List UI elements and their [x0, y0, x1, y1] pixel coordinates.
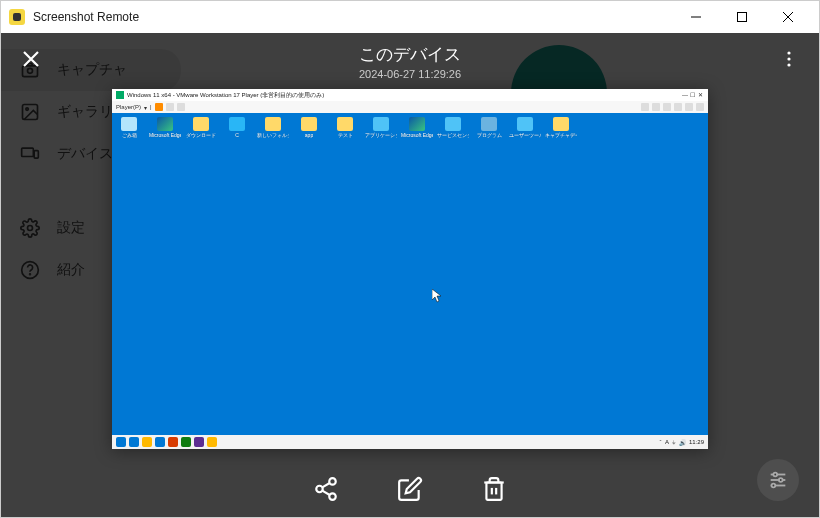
- taskbar-icon: [129, 437, 139, 447]
- desktop-icon: ダウンロード: [190, 117, 212, 138]
- taskbar-lang-icon: A: [665, 439, 669, 445]
- taskbar-icon: [181, 437, 191, 447]
- edit-button[interactable]: [392, 471, 428, 507]
- desktop-icon-image: [445, 117, 461, 131]
- desktop-icon-image: [553, 117, 569, 131]
- share-button[interactable]: [308, 471, 344, 507]
- desktop-icon-image: [265, 117, 281, 131]
- desktop-icon: C: [226, 117, 248, 138]
- desktop-icon: Microsoft Edge: [154, 117, 176, 138]
- desktop-icon: テスト: [334, 117, 356, 138]
- svg-point-24: [779, 478, 783, 482]
- vm-desktop-icons: ごみ箱Microsoft EdgeダウンロードC新しいフォルダーappテストアプ…: [112, 113, 708, 142]
- desktop-icon-image: [337, 117, 353, 131]
- desktop-icon: プログラム: [478, 117, 500, 138]
- svg-rect-0: [738, 13, 747, 22]
- svg-point-13: [329, 478, 336, 485]
- taskbar-status: ˄ A ⏚ 🔊 11:29: [659, 439, 704, 446]
- lightbox-actions: [1, 461, 819, 517]
- vm-toolbar-btn-r1: [641, 103, 649, 111]
- window-titlebar: Screenshot Remote: [1, 1, 819, 33]
- fab-settings-button[interactable]: [757, 459, 799, 501]
- vm-title: Windows 11 x64 - VMware Workstation 17 P…: [127, 91, 680, 100]
- taskbar-icon: [168, 437, 178, 447]
- taskbar-sound-icon: 🔊: [679, 439, 686, 446]
- lightbox-close-button[interactable]: [15, 43, 47, 75]
- desktop-icon-label: キャプチャデータ: [545, 132, 577, 138]
- screenshot-image[interactable]: Windows 11 x64 - VMware Workstation 17 P…: [112, 89, 708, 449]
- desktop-icon-label: サービスセンター: [437, 132, 469, 138]
- vm-minimize-icon: —: [682, 92, 688, 98]
- desktop-icon-label: Microsoft Edge: [401, 132, 433, 138]
- svg-point-26: [772, 484, 776, 488]
- desktop-icon-image: [229, 117, 245, 131]
- lightbox-header: このデバイス 2024-06-27 11:29:26: [1, 33, 819, 89]
- close-button[interactable]: [765, 1, 811, 33]
- taskbar-icon: [207, 437, 217, 447]
- vm-toolbar-sep: |: [150, 104, 152, 110]
- lightbox-title: このデバイス: [47, 43, 773, 66]
- vm-close-icon: ✕: [698, 92, 704, 98]
- desktop-icon-image: [481, 117, 497, 131]
- svg-point-14: [316, 486, 323, 493]
- svg-point-12: [787, 63, 790, 66]
- vm-toolbar-btn-r2: [652, 103, 660, 111]
- app-window: Screenshot Remote キャプチャ: [0, 0, 820, 518]
- desktop-icon-image: [409, 117, 425, 131]
- desktop-icon: アプリケーション (J): [370, 117, 392, 138]
- screenshot-lightbox: このデバイス 2024-06-27 11:29:26 Windows 11 x6…: [1, 33, 819, 517]
- vm-desktop: ごみ箱Microsoft EdgeダウンロードC新しいフォルダーappテストアプ…: [112, 113, 708, 435]
- vm-toolbar-btn-r5: [685, 103, 693, 111]
- taskbar-icon: [142, 437, 152, 447]
- desktop-icon-label: 新しいフォルダー: [257, 132, 289, 138]
- taskbar-icon: [194, 437, 204, 447]
- maximize-button[interactable]: [719, 1, 765, 33]
- app-icon: [9, 9, 25, 25]
- vm-app-icon: [116, 91, 124, 99]
- vm-toolbar: Player(P) ▾ |: [112, 101, 708, 113]
- vm-maximize-icon: ☐: [690, 92, 696, 98]
- taskbar-wifi-icon: ⏚: [672, 439, 676, 445]
- vm-toolbar-player-label: Player(P): [116, 104, 141, 110]
- desktop-icon-label: テスト: [338, 132, 353, 138]
- lightbox-subtitle: 2024-06-27 11:29:26: [47, 68, 773, 80]
- minimize-button[interactable]: [673, 1, 719, 33]
- vm-titlebar: Windows 11 x64 - VMware Workstation 17 P…: [112, 89, 708, 101]
- desktop-icon-label: ユーザーツール: [509, 132, 541, 138]
- vm-taskbar: ˄ A ⏚ 🔊 11:29: [112, 435, 708, 449]
- cursor-icon: [432, 289, 442, 303]
- desktop-icon: app: [298, 117, 320, 138]
- desktop-icon-image: [301, 117, 317, 131]
- desktop-icon: ごみ箱: [118, 117, 140, 138]
- vm-toolbar-btn-2: [166, 103, 174, 111]
- vm-toolbar-btn-3: [177, 103, 185, 111]
- desktop-icon: ユーザーツール: [514, 117, 536, 138]
- svg-point-11: [787, 57, 790, 60]
- svg-line-17: [322, 491, 329, 495]
- desktop-icon-label: app: [305, 132, 313, 138]
- lightbox-more-button[interactable]: [773, 43, 805, 75]
- desktop-icon-label: アプリケーション (J): [365, 132, 397, 138]
- window-title: Screenshot Remote: [33, 10, 673, 24]
- desktop-icon-label: プログラム: [477, 132, 502, 138]
- desktop-icon-image: [193, 117, 209, 131]
- desktop-icon: サービスセンター: [442, 117, 464, 138]
- window-controls: [673, 1, 811, 33]
- desktop-icon: Microsoft Edge: [406, 117, 428, 138]
- lightbox-content: Windows 11 x64 - VMware Workstation 17 P…: [1, 89, 819, 461]
- delete-button[interactable]: [476, 471, 512, 507]
- app-body: キャプチャ ギャラリー デバイス 設定: [1, 33, 819, 517]
- svg-point-10: [787, 51, 790, 54]
- desktop-icon-image: [373, 117, 389, 131]
- desktop-icon-image: [517, 117, 533, 131]
- desktop-icon-label: C: [235, 132, 239, 138]
- desktop-icon: キャプチャデータ: [550, 117, 572, 138]
- desktop-icon: 新しいフォルダー: [262, 117, 284, 138]
- desktop-icon-image: [157, 117, 173, 131]
- vm-toolbar-btn-r4: [674, 103, 682, 111]
- svg-line-16: [322, 483, 329, 487]
- vm-toolbar-btn-r6: [696, 103, 704, 111]
- vm-toolbar-btn-1: [155, 103, 163, 111]
- svg-rect-18: [486, 483, 501, 500]
- desktop-icon-image: [121, 117, 137, 131]
